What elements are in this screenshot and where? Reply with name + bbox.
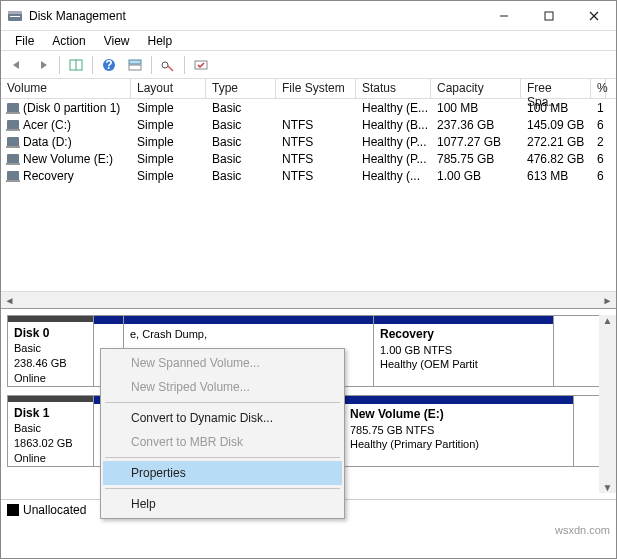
column-headers: Volume Layout Type File System Status Ca… [1,79,616,99]
view-list-button[interactable] [64,54,88,76]
minimize-button[interactable] [481,1,526,30]
toolbar-divider [151,56,152,74]
col-free[interactable]: Free Spa... [521,79,591,98]
view-top-button[interactable] [123,54,147,76]
menu-action[interactable]: Action [44,32,93,50]
col-volume[interactable]: Volume [1,79,131,98]
close-button[interactable] [571,1,616,30]
volume-row[interactable]: Acer (C:)SimpleBasicNTFSHealthy (B...237… [1,116,616,133]
menu-file[interactable]: File [7,32,42,50]
partition[interactable]: Recovery1.00 GB NTFSHealthy (OEM Partit [374,316,554,386]
drive-icon [7,103,19,113]
drive-icon [7,154,19,164]
legend-unallocated: Unallocated [7,503,86,517]
menu-item[interactable]: Convert to Dynamic Disk... [103,406,342,430]
volume-row[interactable]: (Disk 0 partition 1)SimpleBasicHealthy (… [1,99,616,116]
col-capacity[interactable]: Capacity [431,79,521,98]
forward-button[interactable] [31,54,55,76]
svg-rect-2 [10,16,20,17]
toolbar-divider [59,56,60,74]
menu-item[interactable]: Properties [103,461,342,485]
menu-item: Convert to MBR Disk [103,430,342,454]
partition[interactable]: New Volume (E:)785.75 GB NTFSHealthy (Pr… [344,396,574,466]
menu-help[interactable]: Help [140,32,181,50]
unallocated-swatch [7,504,19,516]
col-percent[interactable]: % [591,79,606,98]
app-icon [7,8,23,24]
volume-row[interactable]: Data (D:)SimpleBasicNTFSHealthy (P...107… [1,133,616,150]
help-button[interactable]: ? [97,54,121,76]
window-title: Disk Management [29,8,481,23]
menu-item: New Striped Volume... [103,375,342,399]
col-layout[interactable]: Layout [131,79,206,98]
svg-rect-11 [129,60,141,64]
svg-line-14 [168,66,173,71]
volume-row[interactable]: RecoverySimpleBasicNTFSHealthy (...1.00 … [1,167,616,184]
menu-view[interactable]: View [96,32,138,50]
back-button[interactable] [5,54,29,76]
vertical-scrollbar[interactable]: ▲▼ [599,315,616,493]
menu-item[interactable]: Help [103,492,342,516]
col-type[interactable]: Type [206,79,276,98]
col-filesystem[interactable]: File System [276,79,356,98]
context-menu: New Spanned Volume...New Striped Volume.… [100,348,345,519]
title-bar: Disk Management [1,1,616,31]
drive-icon [7,137,19,147]
col-status[interactable]: Status [356,79,431,98]
drive-icon [7,171,19,181]
volume-row[interactable]: New Volume (E:)SimpleBasicNTFSHealthy (P… [1,150,616,167]
drive-icon [7,120,19,130]
toolbar: ? [1,51,616,79]
maximize-button[interactable] [526,1,571,30]
menu-bar: File Action View Help [1,31,616,51]
volume-list: Volume Layout Type File System Status Ca… [1,79,616,309]
disk-header[interactable]: Disk 1Basic1863.02 GBOnline [8,396,94,466]
toolbar-divider [92,56,93,74]
svg-point-13 [162,62,168,68]
action-button[interactable] [156,54,180,76]
svg-rect-12 [129,65,141,70]
svg-text:?: ? [105,58,112,72]
svg-rect-1 [8,11,22,14]
svg-rect-4 [545,12,553,20]
disk-header[interactable]: Disk 0Basic238.46 GBOnline [8,316,94,386]
refresh-button[interactable] [189,54,213,76]
watermark: wsxdn.com [555,524,610,536]
menu-item: New Spanned Volume... [103,351,342,375]
toolbar-divider [184,56,185,74]
horizontal-scrollbar[interactable]: ◄► [1,291,616,308]
